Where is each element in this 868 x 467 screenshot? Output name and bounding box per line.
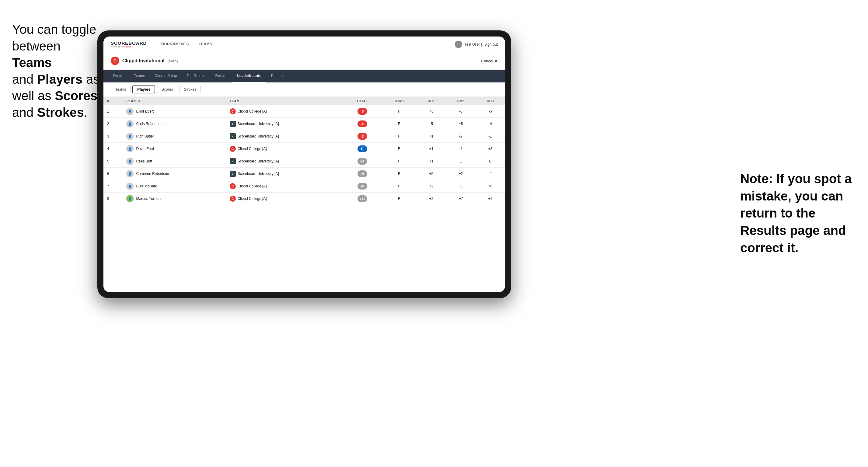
cell-rd2: -6 bbox=[446, 105, 475, 118]
col-total: TOTAL bbox=[343, 97, 381, 105]
cell-total: +1 bbox=[343, 155, 381, 168]
tournament-gender: (Men) bbox=[168, 59, 178, 63]
cell-rd3: -5 bbox=[475, 105, 505, 118]
tab-course-setup[interactable]: Course Setup bbox=[150, 70, 182, 83]
cell-thru: F bbox=[381, 118, 416, 130]
tournament-logo: C bbox=[111, 57, 119, 65]
table-row: 3 👤 Rich Butler S Scoreboard University … bbox=[103, 130, 505, 143]
tab-details[interactable]: Details bbox=[108, 70, 129, 83]
team-logo: C bbox=[230, 183, 236, 189]
cell-rank: 5 bbox=[103, 155, 123, 168]
team-logo: C bbox=[230, 108, 236, 115]
cell-rd2: +7 bbox=[446, 193, 475, 205]
cell-rd2: E bbox=[446, 155, 475, 168]
cell-rank: 4 bbox=[103, 143, 123, 155]
logo-text: SCOREBOARD bbox=[111, 41, 147, 45]
col-thru: THRU bbox=[381, 97, 416, 105]
user-label: Test User | bbox=[465, 42, 482, 46]
cell-total: -2 bbox=[343, 130, 381, 143]
table-row: 5 👤 Rees Britt S Scoreboard University [… bbox=[103, 155, 505, 168]
cell-rank: 8 bbox=[103, 193, 123, 205]
player-avatar: 👤 bbox=[126, 158, 133, 165]
cell-total: +6 bbox=[343, 168, 381, 180]
cell-player: 👤 Elliot Ebert bbox=[123, 105, 226, 118]
table-row: 8 👤 Marcus Turners C Clippd College [A] … bbox=[103, 193, 505, 205]
cell-rd1: +1 bbox=[416, 143, 446, 155]
toggle-strokes[interactable]: Strokes bbox=[179, 86, 201, 93]
cell-team: S Scoreboard University [A] bbox=[226, 130, 343, 143]
cell-thru: F bbox=[381, 193, 416, 205]
cell-thru: F bbox=[381, 168, 416, 180]
cell-team: S Scoreboard University [A] bbox=[226, 155, 343, 168]
cell-rd3: -1 bbox=[475, 168, 505, 180]
top-nav: SCOREBOARD Powered by clippd TOURNAMENTS… bbox=[103, 36, 505, 52]
cell-rd3: E bbox=[475, 155, 505, 168]
player-avatar: 👤 bbox=[126, 170, 133, 177]
col-rd1: RD1 bbox=[416, 97, 446, 105]
table-row: 4 👤 David Ford C Clippd College [A] E F … bbox=[103, 143, 505, 155]
tournament-header: C Clippd Invitational (Men) Cancel ✕ bbox=[103, 52, 505, 70]
cell-total: -4 bbox=[343, 118, 381, 130]
cell-rd1: -5 bbox=[416, 118, 446, 130]
tablet-frame: SCOREBOARD Powered by clippd TOURNAMENTS… bbox=[97, 30, 511, 298]
cell-player: 👤 Blair McHarg bbox=[123, 180, 226, 193]
tab-printables[interactable]: Printables bbox=[266, 70, 292, 83]
logo-sub: Powered by clippd bbox=[111, 45, 147, 48]
cell-thru: F bbox=[381, 143, 416, 155]
tournament-title: C Clippd Invitational (Men) bbox=[111, 57, 178, 65]
tab-results[interactable]: Results bbox=[210, 70, 232, 83]
left-annotation: You can togglebetween Teamsand Players a… bbox=[12, 21, 103, 121]
cell-thru: F bbox=[381, 155, 416, 168]
cell-rd3: -4 bbox=[475, 118, 505, 130]
nav-tournaments[interactable]: TOURNAMENTS bbox=[154, 36, 194, 52]
table-row: 6 👤 Cameron Robertson S Scoreboard Unive… bbox=[103, 168, 505, 180]
toggle-teams[interactable]: Teams bbox=[111, 86, 130, 93]
tab-leaderboards[interactable]: Leaderboards bbox=[232, 70, 266, 83]
player-avatar: 👤 bbox=[126, 195, 133, 202]
col-rd3: RD3 bbox=[475, 97, 505, 105]
team-logo: C bbox=[230, 146, 236, 152]
team-logo: S bbox=[230, 158, 236, 164]
player-avatar: 👤 bbox=[126, 120, 133, 127]
logo-area: SCOREBOARD Powered by clippd bbox=[111, 41, 147, 48]
cell-team: C Clippd College [A] bbox=[226, 105, 343, 118]
cell-rd2: +2 bbox=[446, 168, 475, 180]
team-logo: S bbox=[230, 121, 236, 127]
player-avatar: 👤 bbox=[126, 108, 133, 115]
cell-thru: F bbox=[381, 105, 416, 118]
tab-teams[interactable]: Teams bbox=[129, 70, 150, 83]
cell-player: 👤 Chris Robertson bbox=[123, 118, 226, 130]
cell-thru: F bbox=[381, 180, 416, 193]
cell-rd3: +3 bbox=[475, 143, 505, 155]
cell-rank: 2 bbox=[103, 118, 123, 130]
team-logo: C bbox=[230, 196, 236, 202]
players-table: # PLAYER TEAM TOTAL THRU RD1 RD2 RD3 1 👤… bbox=[103, 97, 505, 205]
cell-player: 👤 Rich Butler bbox=[123, 130, 226, 143]
nav-links: TOURNAMENTS TEAMS bbox=[154, 36, 455, 52]
cell-rd3: +6 bbox=[475, 180, 505, 193]
cell-rd1: +1 bbox=[416, 130, 446, 143]
cell-rd2: -4 bbox=[446, 143, 475, 155]
cell-team: S Scoreboard University [A] bbox=[226, 118, 343, 130]
toggle-players[interactable]: Players bbox=[132, 86, 155, 93]
tab-tee-groups[interactable]: Tee Groups bbox=[182, 70, 210, 83]
table-row: 2 👤 Chris Robertson S Scoreboard Univers… bbox=[103, 118, 505, 130]
table-row: 7 👤 Blair McHarg C Clippd College [A] +8… bbox=[103, 180, 505, 193]
cell-player: 👤 Marcus Turners bbox=[123, 193, 226, 205]
user-avatar: U bbox=[455, 41, 462, 48]
right-annotation: Note: If you spot a mistake, you can ret… bbox=[740, 170, 856, 256]
cell-rank: 3 bbox=[103, 130, 123, 143]
cell-rank: 6 bbox=[103, 168, 123, 180]
cancel-button[interactable]: Cancel ✕ bbox=[481, 59, 498, 63]
nav-teams[interactable]: TEAMS bbox=[194, 36, 217, 52]
sign-out-link[interactable]: Sign out bbox=[484, 42, 498, 46]
cell-total: +11 bbox=[343, 193, 381, 205]
toggle-scores[interactable]: Scores bbox=[157, 86, 177, 93]
cell-rd1: +2 bbox=[416, 193, 446, 205]
cell-team: C Clippd College [A] bbox=[226, 180, 343, 193]
cell-player: 👤 Rees Britt bbox=[123, 155, 226, 168]
col-player: PLAYER bbox=[123, 97, 226, 105]
cell-rd2: +1 bbox=[446, 180, 475, 193]
cell-rank: 1 bbox=[103, 105, 123, 118]
cell-total: +8 bbox=[343, 180, 381, 193]
